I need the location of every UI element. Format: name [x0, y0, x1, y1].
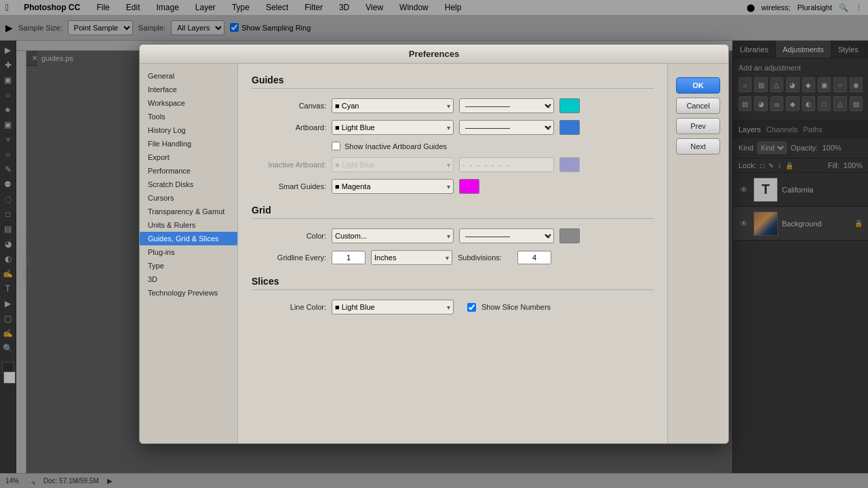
gridline-unit-select[interactable]: Inches — [371, 250, 452, 265]
show-slice-numbers-checkbox[interactable] — [467, 303, 476, 312]
nav-workspace[interactable]: Workspace — [140, 96, 237, 110]
artboard-color-select[interactable]: ■ Light Blue — [332, 120, 454, 135]
slices-line-color-row: Line Color: ■ Light Blue Show Slice Numb… — [252, 300, 654, 314]
gridline-unit-wrapper: Inches — [371, 250, 452, 265]
subdivisions-label: Subdivisions: — [458, 253, 512, 262]
nav-3d[interactable]: 3D — [140, 272, 237, 286]
dashed-line-display: - - - - - - - — [462, 161, 510, 169]
nav-plug-ins[interactable]: Plug-ins — [140, 245, 237, 259]
artboard-label: Artboard: — [252, 123, 326, 131]
nav-performance[interactable]: Performance — [140, 164, 237, 178]
slices-section-title: Slices — [252, 276, 654, 290]
next-button[interactable]: Next — [676, 138, 720, 155]
nav-guides-grid-slices[interactable]: Guides, Grid & Slices — [140, 232, 237, 245]
modal-overlay: Preferences General Interface Workspace … — [0, 0, 868, 488]
canvas-style-select-wrapper: —————— — [459, 98, 554, 113]
smart-guides-select[interactable]: ■ Magenta — [332, 179, 454, 194]
canvas-color-select[interactable]: ■ Cyan — [332, 98, 454, 113]
slices-line-color-label: Line Color: — [252, 303, 326, 311]
canvas-color-row: Canvas: ■ Cyan —————— — [252, 98, 654, 113]
subdivisions-value-input[interactable] — [517, 251, 551, 264]
slices-color-select[interactable]: ■ Light Blue — [332, 300, 454, 314]
prefs-body: General Interface Workspace Tools Histor… — [140, 64, 728, 443]
prev-button[interactable]: Prev — [676, 118, 720, 134]
nav-cursors[interactable]: Cursors — [140, 191, 237, 205]
grid-color-select-wrapper: Custom... — [332, 228, 454, 243]
smart-guides-row: Smart Guides: ■ Magenta — [252, 179, 654, 194]
nav-export[interactable]: Export — [140, 150, 237, 164]
grid-color-select[interactable]: Custom... — [332, 228, 454, 243]
gridline-value-input[interactable] — [332, 251, 366, 264]
show-inactive-label[interactable]: Show Inactive Artboard Guides — [344, 142, 447, 150]
nav-file-handling[interactable]: File Handling — [140, 137, 237, 150]
nav-type[interactable]: Type — [140, 259, 237, 272]
prefs-title: Preferences — [409, 49, 459, 59]
inactive-artboard-select[interactable]: ■ Light Blue — [332, 157, 454, 172]
prefs-nav: General Interface Workspace Tools Histor… — [140, 64, 238, 443]
ok-button[interactable]: OK — [676, 77, 720, 94]
nav-scratch-disks[interactable]: Scratch Disks — [140, 178, 237, 191]
inactive-style-dashed: - - - - - - - — [459, 157, 554, 172]
prefs-content: Guides Canvas: ■ Cyan —————— — [238, 64, 667, 443]
gridline-row: Gridline Every: Inches Subdivisions: — [252, 250, 654, 265]
artboard-color-select-wrapper: ■ Light Blue — [332, 120, 454, 135]
artboard-color-row: Artboard: ■ Light Blue —————— — [252, 120, 654, 135]
show-slice-numbers-label[interactable]: Show Slice Numbers — [481, 303, 551, 311]
grid-style-select[interactable]: —————— — [459, 228, 554, 243]
guides-section-title: Guides — [252, 75, 654, 89]
inactive-artboard-label: Inactive Artboard: — [252, 161, 326, 169]
preferences-dialog: Preferences General Interface Workspace … — [139, 44, 729, 444]
nav-units-rulers[interactable]: Units & Rulers — [140, 218, 237, 232]
grid-section-title: Grid — [252, 205, 654, 219]
inactive-artboard-row: Inactive Artboard: ■ Light Blue - - - - … — [252, 157, 654, 172]
grid-color-row: Color: Custom... —————— — [252, 228, 654, 243]
canvas-swatch[interactable] — [559, 98, 580, 113]
canvas-label: Canvas: — [252, 102, 326, 110]
artboard-style-select-wrapper: —————— — [459, 120, 554, 135]
slices-color-select-wrapper: ■ Light Blue — [332, 300, 454, 314]
nav-technology-previews[interactable]: Technology Previews — [140, 286, 237, 300]
grid-color-label: Color: — [252, 232, 326, 240]
nav-general[interactable]: General — [140, 69, 237, 83]
smart-guides-select-wrapper: ■ Magenta — [332, 179, 454, 194]
smart-guides-label: Smart Guides: — [252, 182, 326, 190]
grid-style-select-wrapper: —————— — [459, 228, 554, 243]
artboard-style-select[interactable]: —————— — [459, 120, 554, 135]
canvas-color-select-wrapper: ■ Cyan — [332, 98, 454, 113]
gridline-label: Gridline Every: — [252, 253, 326, 262]
canvas-style-select[interactable]: —————— — [459, 98, 554, 113]
show-inactive-row: Show Inactive Artboard Guides — [332, 142, 654, 150]
inactive-artboard-select-wrapper: ■ Light Blue — [332, 157, 454, 172]
prefs-titlebar: Preferences — [140, 45, 728, 64]
cancel-button[interactable]: Cancel — [676, 98, 720, 114]
nav-transparency-gamut[interactable]: Transparency & Gamut — [140, 205, 237, 218]
grid-color-swatch[interactable] — [559, 228, 580, 243]
inactive-swatch[interactable] — [559, 157, 580, 172]
smart-guides-swatch[interactable] — [459, 179, 479, 194]
nav-history-log[interactable]: History Log — [140, 123, 237, 137]
artboard-swatch[interactable] — [559, 120, 580, 135]
nav-tools[interactable]: Tools — [140, 110, 237, 123]
show-inactive-checkbox[interactable] — [332, 142, 340, 150]
prefs-buttons: OK Cancel Prev Next — [667, 64, 728, 443]
nav-interface[interactable]: Interface — [140, 83, 237, 96]
